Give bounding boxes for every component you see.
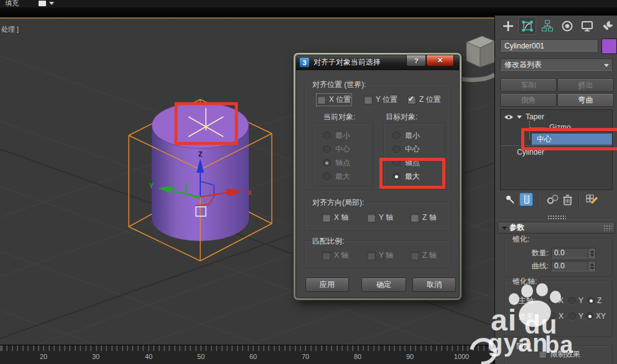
ok-button[interactable]: 确定 xyxy=(361,278,406,292)
primary-z-radio[interactable]: Z xyxy=(587,296,601,305)
chain-links-icon xyxy=(546,194,560,204)
apply-button[interactable]: 应用 xyxy=(305,278,349,292)
align-position-group: 对齐位置 (世界): X 位置 Y 位置 Z 位置 当前对象: 目标对象: 最小… xyxy=(304,84,451,189)
scale-z-checkbox: Z 轴 xyxy=(411,250,437,261)
modifier-list-dropdown[interactable]: 修改器列表 xyxy=(500,58,613,71)
z-position-checkbox[interactable]: Z 位置 xyxy=(407,94,441,105)
x-axis-label: X xyxy=(248,189,252,196)
curve-field[interactable]: 0.0 xyxy=(551,261,596,271)
current-object-box: 最小 中心 轴点 最大 xyxy=(313,123,373,186)
effect-x-radio[interactable]: X xyxy=(549,312,564,321)
current-object-label: 当前对象: xyxy=(323,112,355,122)
current-min-radio: 最小 xyxy=(323,129,373,142)
toolbar-icon[interactable] xyxy=(39,1,46,6)
modifier-button-lathe: 车削 xyxy=(500,78,557,92)
timeline-label: 40 xyxy=(145,353,152,360)
spinner-up-icon[interactable] xyxy=(590,263,594,266)
y-axis-label: Y xyxy=(149,183,154,189)
rollout-grip-icon xyxy=(603,225,612,231)
amount-spinner[interactable] xyxy=(588,248,595,258)
dialog-title: 对齐子对象当前选择 xyxy=(313,57,381,68)
chevron-down-icon xyxy=(604,64,609,67)
orientation-y-checkbox[interactable]: Y 轴 xyxy=(367,212,393,223)
orientation-x-checkbox[interactable]: X 轴 xyxy=(322,212,348,223)
x-position-checkbox[interactable]: X 位置 xyxy=(317,94,351,105)
tab-utilities[interactable] xyxy=(601,19,615,33)
curve-spinner[interactable] xyxy=(588,262,595,271)
target-object-label: 目标对象: xyxy=(386,112,417,122)
target-min-radio[interactable]: 最小 xyxy=(392,129,445,142)
annotation-rect-stack xyxy=(521,128,617,150)
primary-x-radio[interactable]: X xyxy=(549,296,564,305)
effect-xy-radio[interactable]: XY xyxy=(586,312,606,321)
vial-icon xyxy=(524,195,529,204)
dialog-help-button[interactable]: ? xyxy=(406,55,426,66)
primary-y-radio[interactable]: Y xyxy=(568,296,583,305)
pin-icon xyxy=(505,194,516,205)
timeline-label: 30 xyxy=(92,353,100,360)
close-icon: ✕ xyxy=(437,57,443,65)
y-position-checkbox[interactable]: Y 位置 xyxy=(364,94,397,105)
toolbar-divider xyxy=(517,195,518,206)
curve-label: 曲线: xyxy=(511,261,549,271)
tab-create[interactable] xyxy=(501,19,515,33)
make-unique-button[interactable] xyxy=(546,194,560,204)
timeline-label: 20 xyxy=(40,353,47,360)
menu-populate[interactable]: 填充 xyxy=(5,0,19,7)
match-scale-group-label: 匹配比例: xyxy=(310,236,346,247)
configure-modifier-sets-button[interactable] xyxy=(586,194,598,205)
primary-axis-label: 主轴: xyxy=(519,296,536,306)
timeline-label: 70 xyxy=(302,353,309,360)
timeline-ruler[interactable]: 20 30 40 50 60 70 80 90 1000 xyxy=(0,345,493,364)
current-max-radio: 最大 xyxy=(323,170,373,183)
top-menubar: 填充 xyxy=(0,0,617,7)
scale-y-checkbox: Y 轴 xyxy=(367,250,393,261)
target-center-radio[interactable]: 中心 xyxy=(392,142,445,156)
amount-value[interactable]: 0.0 xyxy=(552,248,588,258)
collapse-arrow-icon[interactable] xyxy=(517,116,522,119)
scale-x-checkbox: X 轴 xyxy=(322,250,348,261)
amount-field[interactable]: 0.0 xyxy=(551,248,596,258)
show-end-result-button[interactable] xyxy=(519,193,533,206)
limits-group-label: 限制 xyxy=(514,341,534,352)
tab-hierarchy[interactable] xyxy=(540,19,554,33)
current-pivot-radio: 轴点 xyxy=(323,156,373,170)
object-color-swatch[interactable] xyxy=(601,39,617,54)
dialog-close-button[interactable]: ✕ xyxy=(426,55,454,66)
object-name-input[interactable]: Cylinder001 xyxy=(500,39,598,52)
cancel-button[interactable]: 取消 xyxy=(412,278,456,292)
eye-icon[interactable] xyxy=(504,114,514,121)
limit-effect-checkbox[interactable]: 限制效果 xyxy=(539,350,580,358)
rollout-title: 参数 xyxy=(509,223,524,232)
timeline-label: 60 xyxy=(249,353,257,360)
taper-axis-group-label: 锥化轴: xyxy=(510,276,539,287)
curve-value[interactable]: 0.0 xyxy=(552,262,588,271)
spinner-up-icon[interactable] xyxy=(590,250,594,253)
wrench-icon xyxy=(601,20,614,32)
parameters-rollout-header[interactable]: 参数 xyxy=(498,222,615,234)
spinner-down-icon[interactable] xyxy=(590,267,594,270)
amount-label: 数量: xyxy=(511,248,549,258)
spinner-down-icon[interactable] xyxy=(590,254,594,257)
taper-axis-group: 锥化轴: xyxy=(504,281,613,337)
3dsmax-window: 填充 xyxy=(0,0,617,364)
orientation-z-checkbox[interactable]: Z 轴 xyxy=(411,212,437,223)
current-center-radio: 中心 xyxy=(323,142,373,156)
match-scale-group: 匹配比例: X 轴 Y 轴 Z 轴 xyxy=(304,240,451,268)
timeline-ticks xyxy=(0,345,493,351)
modifier-button-bend[interactable]: 弯曲 xyxy=(557,93,614,107)
tab-motion[interactable] xyxy=(560,19,574,33)
toolbar-divider xyxy=(538,195,539,206)
tab-display[interactable] xyxy=(580,19,594,33)
timeline-label: 1000 xyxy=(454,353,469,360)
remove-modifier-button[interactable] xyxy=(563,194,572,206)
effect-y-radio[interactable]: Y xyxy=(568,312,583,321)
panel-resize-handle[interactable] xyxy=(547,215,566,220)
effect-axis-label: 效果: xyxy=(519,311,536,322)
timeline-label: 90 xyxy=(406,353,414,360)
viewport-shading-label[interactable]: 处理 ] xyxy=(1,25,19,34)
align-position-group-label: 对齐位置 (世界): xyxy=(310,80,369,90)
pin-stack-button[interactable] xyxy=(505,194,516,205)
stack-row-taper[interactable]: Taper xyxy=(501,111,612,122)
tab-modify[interactable] xyxy=(521,19,534,33)
